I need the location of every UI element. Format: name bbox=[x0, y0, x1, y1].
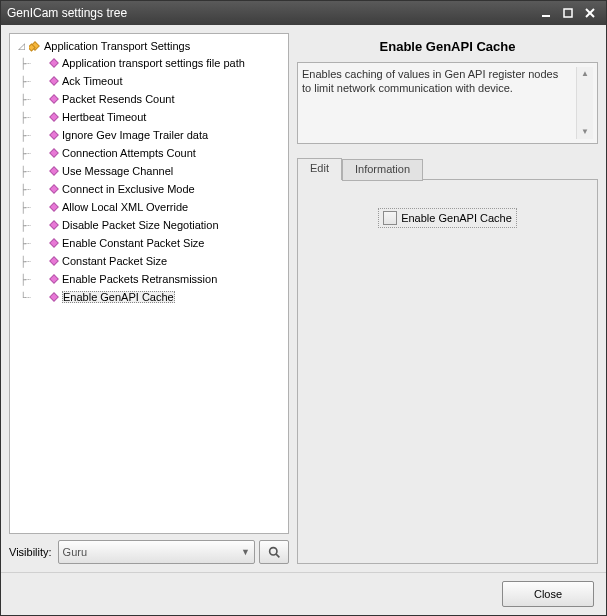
svg-rect-10 bbox=[50, 131, 58, 139]
tree-branch-icon: ├┈ bbox=[20, 112, 46, 123]
tab-information[interactable]: Information bbox=[342, 159, 423, 181]
close-button[interactable]: Close bbox=[502, 581, 594, 607]
tree-item-label: Disable Packet Size Negotiation bbox=[62, 219, 219, 231]
diamond-icon bbox=[48, 165, 60, 177]
tab-panel-edit: Enable GenAPI Cache bbox=[297, 179, 598, 564]
enable-cache-checkbox[interactable]: Enable GenAPI Cache bbox=[380, 210, 515, 226]
svg-rect-9 bbox=[50, 113, 58, 121]
svg-rect-19 bbox=[50, 293, 58, 301]
diamond-icon bbox=[48, 93, 60, 105]
diamond-icon bbox=[48, 183, 60, 195]
maximize-button[interactable] bbox=[558, 5, 578, 21]
diamond-icon bbox=[48, 147, 60, 159]
main-body: ◿ Application Transport Settings ├┈Appli… bbox=[1, 25, 606, 572]
tree-item[interactable]: ├┈Connection Attempts Count bbox=[18, 144, 286, 162]
left-pane: ◿ Application Transport Settings ├┈Appli… bbox=[9, 33, 289, 564]
tree-branch-icon: ├┈ bbox=[20, 148, 46, 159]
tree-branch-icon: ├┈ bbox=[20, 202, 46, 213]
tree-item-label: Hertbeat Timeout bbox=[62, 111, 146, 123]
tree-branch-icon: ├┈ bbox=[20, 274, 46, 285]
tree-item[interactable]: ├┈Enable Constant Packet Size bbox=[18, 234, 286, 252]
search-button[interactable] bbox=[259, 540, 289, 564]
tree-branch-icon: ├┈ bbox=[20, 184, 46, 195]
svg-rect-7 bbox=[50, 77, 58, 85]
close-button-label: Close bbox=[534, 588, 562, 600]
description-box: Enables caching of values in Gen API reg… bbox=[297, 62, 598, 144]
tree-item[interactable]: ├┈Disable Packet Size Negotiation bbox=[18, 216, 286, 234]
category-icon bbox=[29, 40, 41, 52]
diamond-icon bbox=[48, 237, 60, 249]
diamond-icon bbox=[48, 75, 60, 87]
description-text: Enables caching of values in Gen API reg… bbox=[302, 67, 576, 95]
detail-title: Enable GenAPI Cache bbox=[297, 33, 598, 62]
tree-branch-icon: ├┈ bbox=[20, 130, 46, 141]
scroll-down-icon[interactable]: ▼ bbox=[581, 125, 589, 139]
tree-item[interactable]: ├┈Enable Packets Retransmission bbox=[18, 270, 286, 288]
svg-rect-18 bbox=[50, 275, 58, 283]
svg-line-21 bbox=[276, 554, 279, 557]
tree-item[interactable]: ├┈Packet Resends Count bbox=[18, 90, 286, 108]
svg-rect-6 bbox=[50, 59, 58, 67]
tree-item[interactable]: ├┈Ignore Gev Image Trailer data bbox=[18, 126, 286, 144]
right-pane: Enable GenAPI Cache Enables caching of v… bbox=[297, 33, 598, 564]
svg-point-20 bbox=[269, 547, 276, 554]
diamond-icon bbox=[48, 291, 60, 303]
tree-branch-icon: ├┈ bbox=[20, 238, 46, 249]
svg-rect-17 bbox=[50, 257, 58, 265]
tree-item[interactable]: ├┈Use Message Channel bbox=[18, 162, 286, 180]
tree-item[interactable]: └┈Enable GenAPI Cache bbox=[18, 288, 286, 306]
tab-edit[interactable]: Edit bbox=[297, 158, 342, 180]
tree-root-node[interactable]: ◿ Application Transport Settings bbox=[14, 38, 286, 54]
tree-item-label: Connection Attempts Count bbox=[62, 147, 196, 159]
tree-children: ├┈Application transport settings file pa… bbox=[14, 54, 286, 306]
diamond-icon bbox=[48, 255, 60, 267]
tree-item[interactable]: ├┈Connect in Exclusive Mode bbox=[18, 180, 286, 198]
tree-item-label: Enable Constant Packet Size bbox=[62, 237, 204, 249]
tree-root-label: Application Transport Settings bbox=[44, 40, 190, 52]
tree-branch-icon: ├┈ bbox=[20, 166, 46, 177]
svg-rect-15 bbox=[50, 221, 58, 229]
footer: Close bbox=[1, 572, 606, 615]
diamond-icon bbox=[48, 201, 60, 213]
close-window-button[interactable] bbox=[580, 5, 600, 21]
description-scrollbar[interactable]: ▲ ▼ bbox=[576, 67, 593, 139]
visibility-select[interactable]: Guru ▼ bbox=[58, 540, 255, 564]
tree-item-label: Application transport settings file path bbox=[62, 57, 245, 69]
diamond-icon bbox=[48, 219, 60, 231]
minimize-button[interactable] bbox=[536, 5, 556, 21]
tree-item[interactable]: ├┈Allow Local XML Override bbox=[18, 198, 286, 216]
tree-branch-icon: └┈ bbox=[20, 292, 46, 303]
svg-rect-14 bbox=[50, 203, 58, 211]
tree-item[interactable]: ├┈Ack Timeout bbox=[18, 72, 286, 90]
diamond-icon bbox=[48, 111, 60, 123]
settings-tree[interactable]: ◿ Application Transport Settings ├┈Appli… bbox=[9, 33, 289, 534]
checkbox-label: Enable GenAPI Cache bbox=[401, 212, 512, 224]
tree-item-label: Ack Timeout bbox=[62, 75, 123, 87]
svg-rect-12 bbox=[50, 167, 58, 175]
tree-branch-icon: ├┈ bbox=[20, 94, 46, 105]
tree-branch-icon: ├┈ bbox=[20, 76, 46, 87]
tree-item-label: Constant Packet Size bbox=[62, 255, 167, 267]
tab-bar: Edit Information bbox=[297, 158, 598, 180]
visibility-row: Visibility: Guru ▼ bbox=[9, 540, 289, 564]
tree-item[interactable]: ├┈Hertbeat Timeout bbox=[18, 108, 286, 126]
visibility-label: Visibility: bbox=[9, 546, 54, 558]
svg-rect-11 bbox=[50, 149, 58, 157]
visibility-value: Guru bbox=[63, 546, 241, 558]
checkbox-box-icon bbox=[383, 211, 397, 225]
settings-window: GenICam settings tree ◿ Application Tran… bbox=[0, 0, 607, 616]
svg-rect-13 bbox=[50, 185, 58, 193]
titlebar: GenICam settings tree bbox=[1, 1, 606, 25]
tree-item-label: Enable Packets Retransmission bbox=[62, 273, 217, 285]
diamond-icon bbox=[48, 57, 60, 69]
collapse-icon[interactable]: ◿ bbox=[16, 41, 26, 51]
tab-information-label: Information bbox=[355, 163, 410, 175]
window-title: GenICam settings tree bbox=[7, 6, 534, 20]
tree-item[interactable]: ├┈Application transport settings file pa… bbox=[18, 54, 286, 72]
tree-item-label: Enable GenAPI Cache bbox=[62, 291, 175, 303]
tab-edit-label: Edit bbox=[310, 162, 329, 174]
tree-item[interactable]: ├┈Constant Packet Size bbox=[18, 252, 286, 270]
svg-rect-8 bbox=[50, 95, 58, 103]
tree-item-label: Use Message Channel bbox=[62, 165, 173, 177]
scroll-up-icon[interactable]: ▲ bbox=[581, 67, 589, 81]
